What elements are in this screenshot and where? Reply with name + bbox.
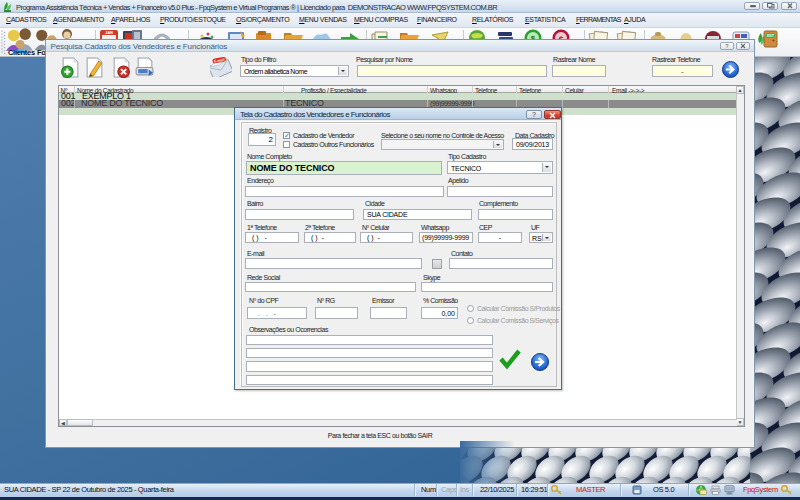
svg-text:JAN: JAN bbox=[105, 30, 113, 35]
svg-text:EXIT: EXIT bbox=[767, 34, 774, 38]
